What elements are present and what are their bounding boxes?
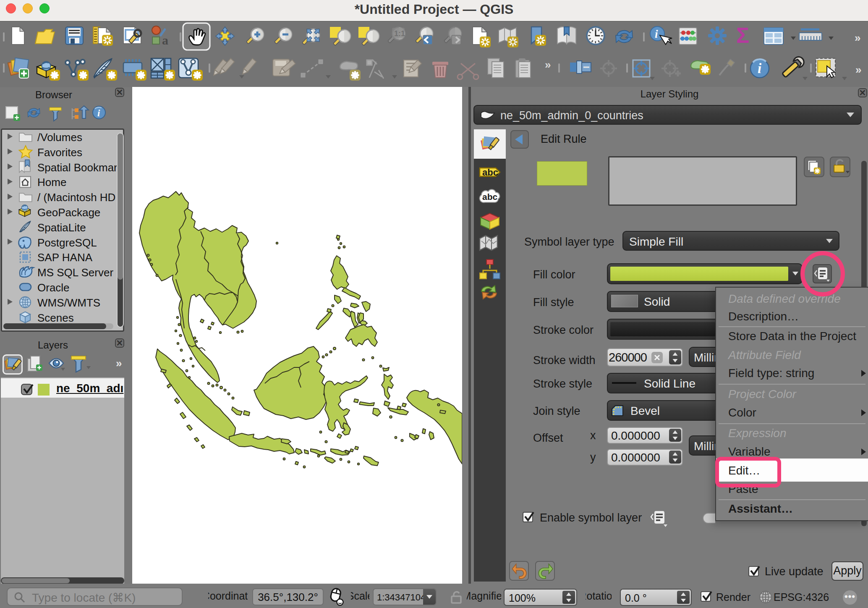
svg-text:MS SQL Server: MS SQL Server: [37, 266, 113, 279]
svg-text:SpatiaLite: SpatiaLite: [37, 221, 86, 234]
svg-text:a: a: [162, 33, 168, 47]
svg-text:1:1: 1:1: [394, 29, 405, 38]
svg-text:»: »: [545, 58, 551, 71]
svg-text:Favorites: Favorites: [37, 146, 82, 159]
svg-text:»: »: [116, 357, 122, 370]
svg-text:Spatial Bookmar: Spatial Bookmar: [37, 161, 118, 174]
svg-text:/Volumes: /Volumes: [37, 131, 82, 144]
svg-text:»: »: [855, 31, 860, 44]
svg-text:i: i: [655, 28, 658, 40]
svg-text:i: i: [758, 61, 762, 76]
svg-text:/ (Macintosh HD: / (Macintosh HD: [37, 191, 115, 204]
svg-text:»: »: [855, 63, 861, 76]
svg-text:abc: abc: [482, 192, 498, 202]
svg-text:WMS/WMTS: WMS/WMTS: [37, 296, 100, 309]
svg-text:i: i: [97, 108, 100, 118]
svg-text:Scenes: Scenes: [37, 312, 74, 324]
svg-text:Σ: Σ: [736, 23, 749, 47]
svg-text:SAP HANA: SAP HANA: [37, 251, 93, 264]
svg-text:abc: abc: [482, 167, 498, 178]
svg-text:Home: Home: [37, 176, 66, 189]
svg-text:PostgreSQL: PostgreSQL: [37, 236, 97, 249]
svg-text:GeoPackage: GeoPackage: [37, 206, 100, 219]
svg-text:Oracle: Oracle: [37, 281, 70, 294]
